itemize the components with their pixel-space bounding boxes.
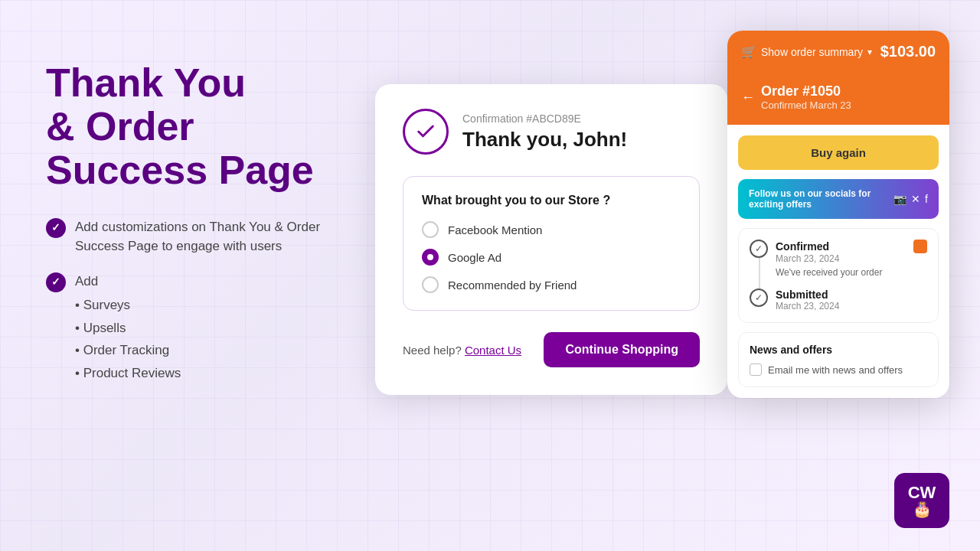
survey-option-1[interactable]: Facebook Mention — [422, 221, 681, 238]
timeline-date-confirmed: March 23, 2024 — [776, 253, 927, 264]
survey-option-2[interactable]: Google Ad — [422, 249, 681, 266]
radio-facebook[interactable] — [422, 221, 439, 238]
panel-header: 🛒 Show order summary ▾ $103.00 — [727, 31, 949, 73]
timeline-card: ✓ Confirmed March 23, 2024 We've receive… — [738, 228, 939, 323]
logo-text: CW — [908, 484, 936, 501]
timeline-item-confirmed: ✓ Confirmed March 23, 2024 We've receive… — [750, 240, 927, 278]
sub-item-upsells: Upsells — [75, 318, 181, 338]
cw-logo: CW 🎂 — [894, 473, 949, 528]
sub-item-surveys: Surveys — [75, 295, 181, 315]
timeline-title-submitted: Submitted — [776, 289, 828, 301]
timeline-item-submitted: ✓ Submitted March 23, 2024 — [750, 289, 927, 311]
cart-icon: 🛒 — [741, 44, 756, 59]
sub-item-tracking: Order Tracking — [75, 341, 181, 360]
order-info: Order #1050 Confirmed March 23 — [761, 83, 851, 111]
middle-card: Confirmation #ABCD89E Thank you, John! W… — [375, 84, 727, 395]
feature-list: Add customizations on Thank You & Order … — [46, 217, 329, 383]
order-number: Order #1050 — [761, 83, 851, 99]
card-footer: Need help? Contact Us Continue Shopping — [403, 332, 700, 367]
facebook-icon[interactable]: f — [925, 193, 928, 205]
timeline-check-confirmed: ✓ — [750, 240, 768, 258]
survey-box: What brought you to our Store ? Facebook… — [403, 176, 700, 311]
left-section: Thank You & Order Success Page Add custo… — [46, 61, 329, 383]
survey-option-3[interactable]: Recommended by Friend — [422, 276, 681, 293]
check-icon-2 — [46, 272, 66, 292]
help-label: Need help? — [403, 344, 462, 357]
survey-question: What brought you to our Store ? — [422, 194, 681, 207]
option-label-facebook: Facebook Mention — [448, 223, 542, 236]
social-banner-text: Follow us on our socials for exciting of… — [749, 188, 893, 210]
sub-list: Surveys Upsells Order Tracking Product R… — [75, 295, 181, 383]
timeline-date-submitted: March 23, 2024 — [776, 301, 927, 311]
timeline-check-submitted: ✓ — [750, 289, 768, 307]
social-icons: 📷 ✕ f — [893, 193, 928, 205]
radio-friend[interactable] — [422, 276, 439, 293]
continue-shopping-button[interactable]: Continue Shopping — [544, 332, 700, 367]
news-checkbox[interactable] — [750, 364, 762, 376]
news-checkbox-label: Email me with news and offers — [768, 364, 903, 376]
title-line2: & Order — [46, 104, 194, 148]
hero-title: Thank You & Order Success Page — [46, 61, 329, 193]
instagram-icon[interactable]: 📷 — [893, 193, 906, 205]
confirmation-text: Confirmation #ABCD89E Thank you, John! — [462, 112, 627, 152]
order-summary-toggle[interactable]: 🛒 Show order summary ▾ — [741, 44, 872, 59]
panel-body: Buy again Follow us on our socials for e… — [727, 125, 949, 398]
feature-text-1: Add customizations on Thank You & Order … — [75, 217, 329, 256]
confirmation-number: Confirmation #ABCD89E — [462, 112, 627, 125]
timeline-content-submitted: Submitted March 23, 2024 — [776, 289, 927, 311]
radio-google[interactable] — [422, 249, 439, 266]
circle-check-icon — [403, 109, 449, 155]
chevron-down-icon: ▾ — [867, 47, 872, 57]
buy-again-button[interactable]: Buy again — [738, 135, 939, 170]
timeline-title-confirmed: Confirmed — [776, 240, 829, 253]
option-label-friend: Recommended by Friend — [448, 279, 577, 292]
feature-item-1: Add customizations on Thank You & Order … — [46, 217, 329, 256]
order-total: $103.00 — [880, 43, 936, 60]
confirmed-date: Confirmed March 23 — [761, 99, 851, 111]
feature-2-content: Add Surveys Upsells Order Tracking Produ… — [75, 272, 181, 383]
title-line3: Success Page — [46, 148, 314, 192]
help-text: Need help? Contact Us — [403, 344, 521, 357]
check-icon-1 — [46, 218, 66, 238]
timeline-header-confirmed: Confirmed — [776, 240, 927, 253]
timeline-badge — [913, 240, 927, 253]
news-card: News and offers Email me with news and o… — [738, 332, 939, 387]
title-line1: Thank You — [46, 60, 246, 105]
news-check-row: Email me with news and offers — [750, 364, 927, 376]
right-panel: 🛒 Show order summary ▾ $103.00 ← Order #… — [727, 31, 949, 398]
confirmation-header: Confirmation #ABCD89E Thank you, John! — [403, 109, 700, 155]
option-label-google: Google Ad — [448, 251, 501, 264]
summary-toggle-label: Show order summary — [761, 46, 863, 58]
back-arrow-icon[interactable]: ← — [741, 90, 755, 106]
timeline-content-confirmed: Confirmed March 23, 2024 We've received … — [776, 240, 927, 278]
social-banner: Follow us on our socials for exciting of… — [738, 179, 939, 219]
timeline-header-submitted: Submitted — [776, 289, 927, 301]
feature-label-2: Add — [75, 274, 98, 289]
twitter-icon[interactable]: ✕ — [911, 193, 920, 205]
timeline-message-confirmed: We've received your order — [776, 267, 927, 278]
thank-you-message: Thank you, John! — [462, 128, 627, 152]
news-title: News and offers — [750, 344, 927, 356]
survey-options: Facebook Mention Google Ad Recommended b… — [422, 221, 681, 293]
order-details-header: ← Order #1050 Confirmed March 23 — [727, 73, 949, 125]
logo-icon: 🎂 — [913, 501, 932, 517]
sub-item-reviews: Product Reviews — [75, 364, 181, 383]
feature-item-2: Add Surveys Upsells Order Tracking Produ… — [46, 272, 329, 383]
contact-link[interactable]: Contact Us — [465, 344, 521, 357]
